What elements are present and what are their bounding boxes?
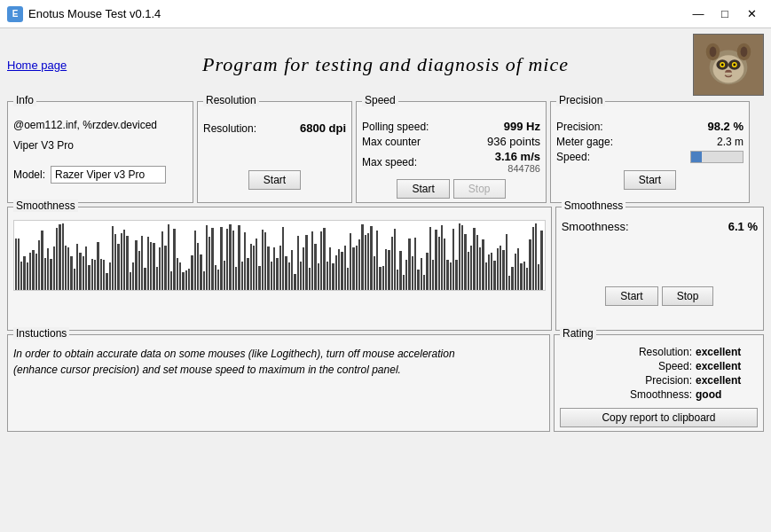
- instructions-line2: (enhance cursor precision) and set mouse…: [13, 364, 401, 376]
- precision-panel-title: Precision: [556, 94, 605, 106]
- resolution-label: Resolution:: [203, 122, 256, 135]
- bottom-row: Smoothness Smoothness Smoothness: 6.1 % …: [7, 207, 764, 331]
- device-info-line2: Viper V3 Pro: [13, 138, 187, 153]
- raccoon-image: [693, 34, 764, 96]
- max-speed-value-block: 3.16 m/s 844786: [495, 150, 540, 174]
- max-counter-value: 936 points: [487, 135, 540, 148]
- model-input[interactable]: [51, 166, 166, 184]
- smoothness-value: 6.1 %: [728, 220, 758, 233]
- speed-stop-button[interactable]: Stop: [453, 179, 506, 199]
- speed-meter-row: Speed:: [556, 151, 743, 163]
- polling-label: Polling speed:: [362, 121, 429, 133]
- meter-row: Meter gage: 2.3 m: [556, 136, 743, 148]
- device-info-line1: @oem112.inf, %rzdev.deviced: [13, 118, 187, 133]
- rating-content: Resolution: excellent Speed: excellent P…: [560, 346, 758, 427]
- rating-resolution-label: Resolution:: [639, 346, 692, 358]
- instructions-panel: Instuctions In order to obtain accurate …: [7, 334, 550, 432]
- close-button[interactable]: ✕: [739, 4, 764, 24]
- max-counter-row: Max counter 936 points: [362, 135, 540, 148]
- precision-content: Precision: 98.2 % Meter gage: 2.3 m Spee…: [556, 113, 743, 163]
- smoothness-label: Smoothness:: [562, 220, 629, 233]
- title-bar: E Enotus Mouse Test v0.1.4 — □ ✕: [0, 0, 771, 28]
- precision-start-button[interactable]: Start: [624, 170, 676, 190]
- resolution-value: 6800 dpi: [300, 121, 346, 135]
- rating-panel: Rating Resolution: excellent Speed: exce…: [554, 334, 764, 432]
- max-speed-sub: 844786: [495, 163, 540, 174]
- resolution-button-row: Start: [203, 170, 346, 190]
- smoothness-chart: [13, 220, 546, 291]
- resolution-row: Resolution: 6800 dpi: [203, 121, 346, 135]
- meter-value: 2.3 m: [717, 136, 743, 148]
- minimize-button[interactable]: —: [686, 4, 711, 24]
- instructions-panel-title: Instuctions: [13, 327, 69, 340]
- speed-bar: [690, 151, 743, 163]
- resolution-content: Resolution: 6800 dpi: [203, 106, 346, 135]
- rating-precision-value: excellent: [696, 374, 758, 387]
- model-row: Model:: [13, 166, 187, 184]
- resolution-start-button[interactable]: Start: [248, 170, 301, 190]
- precision-row: Precision: 98.2 %: [556, 120, 743, 133]
- svg-point-4: [710, 47, 717, 58]
- rating-speed-row: Speed: excellent: [560, 360, 758, 372]
- info-panel-title: Info: [13, 94, 36, 106]
- precision-button-row: Start: [556, 170, 743, 190]
- max-speed-row: Max speed: 3.16 m/s 844786: [362, 150, 540, 174]
- instructions-rating-row: Instuctions In order to obtain accurate …: [7, 334, 764, 432]
- header-row: Home page Program for testing and diagno…: [7, 34, 764, 96]
- speed-start-button[interactable]: Start: [397, 179, 449, 199]
- resolution-panel-title: Resolution: [203, 94, 259, 106]
- smoothness-button-row: Start Stop: [562, 286, 758, 306]
- precision-panel: Precision Precision: 98.2 % Meter gage: …: [550, 101, 750, 203]
- speed-panel-title: Speed: [362, 94, 398, 106]
- main-content: Home page Program for testing and diagno…: [0, 28, 771, 437]
- smoothness-right-title: Smoothness: [562, 200, 626, 212]
- smoothness-stop-button[interactable]: Stop: [662, 286, 714, 306]
- rating-precision-row: Precision: excellent: [560, 374, 758, 387]
- top-panels-row: Info @oem112.inf, %rzdev.deviced Viper V…: [7, 101, 764, 203]
- rating-speed-value: excellent: [696, 360, 758, 372]
- app-title: Program for testing and diagnosis of mic…: [78, 53, 693, 76]
- svg-point-6: [713, 55, 744, 82]
- rating-smoothness-label: Smoothness:: [630, 388, 692, 401]
- title-bar-controls: — □ ✕: [686, 4, 764, 24]
- rating-panel-title: Rating: [560, 327, 596, 340]
- rating-smoothness-row: Smoothness: good: [560, 388, 758, 401]
- smoothness-start-button[interactable]: Start: [605, 286, 657, 306]
- title-bar-title: Enotus Mouse Test v0.1.4: [28, 7, 161, 20]
- info-panel: Info @oem112.inf, %rzdev.deviced Viper V…: [7, 101, 193, 203]
- rating-smoothness-value: good: [696, 388, 758, 401]
- speed-panel: Speed Polling speed: 999 Hz Max counter …: [356, 101, 547, 203]
- rating-precision-label: Precision:: [645, 374, 692, 387]
- smoothness-panel: Smoothness: [7, 207, 552, 331]
- precision-label: Precision:: [556, 121, 603, 133]
- smoothness-pct-row: Smoothness: 6.1 %: [562, 220, 758, 233]
- home-page-link[interactable]: Home page: [7, 59, 78, 72]
- copy-report-button[interactable]: Copy report to clipboard: [560, 408, 758, 427]
- smoothness-right-content: Smoothness: 6.1 %: [562, 220, 758, 233]
- max-speed-value: 3.16 m/s: [495, 150, 540, 163]
- model-label: Model:: [13, 168, 45, 181]
- svg-point-5: [741, 47, 748, 58]
- rating-resolution-row: Resolution: excellent: [560, 346, 758, 358]
- max-counter-label: Max counter: [362, 136, 421, 148]
- svg-rect-14: [725, 73, 732, 75]
- speed-bar-fill: [691, 152, 702, 162]
- speed-content: Polling speed: 999 Hz Max counter 936 po…: [362, 113, 540, 174]
- meter-label: Meter gage:: [556, 136, 613, 148]
- polling-value: 999 Hz: [504, 120, 540, 133]
- resolution-panel: Resolution Resolution: 6800 dpi Start: [197, 101, 352, 203]
- speed-button-row: Start Stop: [362, 179, 540, 199]
- smoothness-panel-title: Smoothness: [13, 200, 78, 212]
- precision-value: 98.2 %: [708, 120, 743, 133]
- instructions-line1: In order to obtain accurate data on some…: [13, 348, 455, 360]
- title-bar-left: E Enotus Mouse Test v0.1.4: [7, 6, 161, 22]
- smoothness-right-panel: Smoothness Smoothness: 6.1 % Start Stop: [555, 207, 764, 331]
- instructions-text: In order to obtain accurate data on some…: [13, 346, 544, 378]
- speed-meter-label: Speed:: [556, 151, 590, 163]
- rating-speed-label: Speed:: [658, 360, 692, 372]
- app-icon: E: [7, 6, 23, 22]
- info-content: @oem112.inf, %rzdev.deviced Viper V3 Pro…: [13, 106, 187, 184]
- maximize-button[interactable]: □: [712, 4, 737, 24]
- polling-row: Polling speed: 999 Hz: [362, 120, 540, 133]
- max-speed-label: Max speed:: [362, 156, 417, 168]
